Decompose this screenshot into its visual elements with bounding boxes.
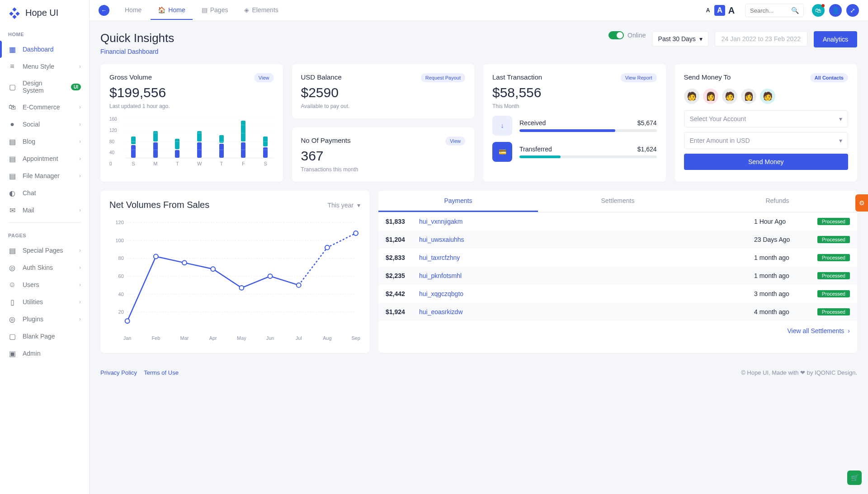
svg-text:May: May [237, 335, 246, 341]
sidebar-icon: ▢ [8, 332, 16, 340]
chevron-right-icon: › [79, 63, 81, 70]
svg-point-23 [182, 260, 187, 265]
online-toggle[interactable]: Online [609, 31, 646, 39]
payment-ref[interactable]: hui_vxnnjigakm [419, 218, 754, 225]
user-icon[interactable]: 👤 [829, 4, 842, 17]
card-title: Last Transaction [492, 73, 542, 81]
cart-fab[interactable]: 🛒 [847, 470, 862, 485]
all-contacts-pill[interactable]: All Contacts [810, 73, 848, 82]
tab-settlements[interactable]: Settlements [538, 191, 698, 212]
cart-icon[interactable]: 🛍 [812, 4, 825, 17]
sidebar-item-chat[interactable]: ◐ Chat [0, 184, 89, 202]
sidebar-item-blog[interactable]: ▤ Blog › [0, 133, 89, 150]
sidebar-item-label: Blank Page [23, 333, 81, 340]
chevron-right-icon: › [79, 173, 81, 179]
avatar[interactable]: 👩 [703, 89, 718, 104]
sidebar-item-e-commerce[interactable]: 🛍 E-Commerce › [0, 99, 89, 116]
chevron-right-icon: › [79, 207, 81, 213]
back-button[interactable]: ← [99, 5, 109, 16]
sidebar-item-mail[interactable]: ✉ Mail › [0, 202, 89, 219]
net-volumes-title: Net Volumes From Sales [109, 200, 209, 210]
card-last-transaction: Last Transaction View Report $58,556 Thi… [483, 64, 666, 182]
font-large[interactable]: A [726, 5, 737, 16]
card-title: Send Money To [684, 73, 731, 81]
tab-refunds[interactable]: Refunds [698, 191, 857, 212]
sidebar-item-dashboard[interactable]: ▦ Dashboard [0, 41, 89, 58]
status-badge: Processed [817, 218, 850, 225]
payment-ref[interactable]: hui_uwsxaiuhhs [419, 236, 754, 243]
sidebar-item-appointment[interactable]: ▤ Appointment › [0, 150, 89, 167]
fullscreen-icon[interactable]: ⤢ [846, 4, 859, 17]
toggle-icon[interactable] [609, 31, 624, 39]
logo-icon [8, 6, 21, 19]
sidebar-item-file-manager[interactable]: ▤ File Manager › [0, 167, 89, 184]
terms-link[interactable]: Terms of Use [144, 369, 179, 376]
payment-ref[interactable]: hui_eoasrkizdw [419, 308, 754, 315]
avatar[interactable]: 👩 [741, 89, 756, 104]
view-pill[interactable]: View [254, 73, 274, 82]
tab-payments[interactable]: Payments [378, 191, 538, 212]
sidebar-item-label: File Manager [23, 172, 73, 179]
nav-elements[interactable]: ◈Elements [237, 1, 285, 20]
avatar[interactable]: 🧑 [684, 89, 699, 104]
date-range-input[interactable]: 24 Jan 2022 to 23 Feb 2022 [715, 31, 807, 47]
sidebar-item-utilities[interactable]: ▯ Utilities › [0, 293, 89, 311]
svg-text:Jun: Jun [266, 335, 274, 341]
sidebar-item-label: Appointment [23, 155, 73, 162]
last-tx-sub: This Month [492, 103, 657, 109]
page-subtitle[interactable]: Financial Dashboard [100, 48, 174, 55]
sidebar-item-menu-style[interactable]: ≡ Menu Style › [0, 58, 89, 75]
sidebar-item-auth-skins[interactable]: ◎ Auth Skins › [0, 259, 89, 276]
payment-time: 4 month ago [754, 308, 817, 315]
view-report-pill[interactable]: View Report [621, 73, 657, 82]
avatar[interactable]: 🧑 [760, 89, 775, 104]
sidebar-item-design-system[interactable]: ▢ Design System UI [0, 75, 89, 99]
view-all-link[interactable]: View all Settlements › [378, 321, 857, 341]
font-small[interactable]: A [703, 5, 713, 16]
sidebar-item-label: Blog [23, 138, 73, 145]
sidebar-item-users[interactable]: ☺ Users › [0, 276, 89, 293]
svg-point-24 [211, 267, 215, 271]
privacy-link[interactable]: Privacy Policy [100, 369, 137, 376]
sidebar-item-special-pages[interactable]: ▤ Special Pages › [0, 242, 89, 259]
payment-ref[interactable]: hui_xqgczqbgto [419, 290, 754, 297]
sidebar-item-admin[interactable]: ▣ Admin [0, 345, 89, 362]
chevron-right-icon: › [79, 121, 81, 127]
sidebar-item-label: Chat [23, 189, 81, 197]
sidebar-icon: 🛍 [8, 103, 16, 111]
footer: Privacy Policy Terms of Use © Hope UI, M… [90, 363, 868, 382]
payment-ref[interactable]: hui_taxrcfzhny [419, 254, 754, 261]
sidebar: Hope UI HOME ▦ Dashboard ≡ Menu Style ›▢… [0, 0, 90, 494]
sidebar-icon: ◎ [8, 263, 16, 272]
payment-ref[interactable]: hui_pknfotsmhl [419, 272, 754, 279]
account-select[interactable]: Select Your Account ▾ [684, 110, 849, 127]
status-badge: Processed [817, 236, 850, 243]
nav-home[interactable]: 🏠Home [151, 1, 192, 20]
sidebar-item-label: Design System [23, 80, 65, 94]
send-money-button[interactable]: Send Money [684, 154, 849, 170]
view-pill[interactable]: View [445, 136, 465, 146]
search-input[interactable] [750, 7, 791, 14]
chart-period-select[interactable]: This year ▾ [327, 202, 360, 209]
sidebar-icon: ◎ [8, 315, 16, 323]
request-payout-pill[interactable]: Request Payout [421, 73, 465, 82]
sidebar-icon: ▣ [8, 349, 16, 358]
chevron-down-icon: ▾ [839, 137, 842, 144]
chevron-right-icon: › [79, 316, 81, 322]
nav-pages[interactable]: ▤Pages [194, 1, 236, 20]
payment-amount: $2,235 [378, 272, 419, 279]
nav-home[interactable]: Home [118, 1, 149, 20]
sidebar-item-plugins[interactable]: ◎ Plugins › [0, 311, 89, 328]
period-select[interactable]: Past 30 Days ▾ [652, 31, 708, 47]
sidebar-item-blank-page[interactable]: ▢ Blank Page [0, 328, 89, 345]
amount-select[interactable]: Enter Amount in USD ▾ [684, 132, 849, 149]
payment-amount: $1,924 [378, 308, 419, 315]
brand-logo[interactable]: Hope UI [0, 0, 89, 25]
sidebar-item-social[interactable]: ● Social › [0, 116, 89, 133]
avatar[interactable]: 🧑 [722, 89, 737, 104]
font-medium[interactable]: A [714, 5, 725, 16]
sidebar-item-label: Plugins [23, 315, 73, 323]
search-box[interactable]: 🔍 [745, 4, 804, 17]
settings-fab[interactable]: ⚙ [855, 194, 868, 212]
analytics-button[interactable]: Analytics [814, 31, 857, 47]
